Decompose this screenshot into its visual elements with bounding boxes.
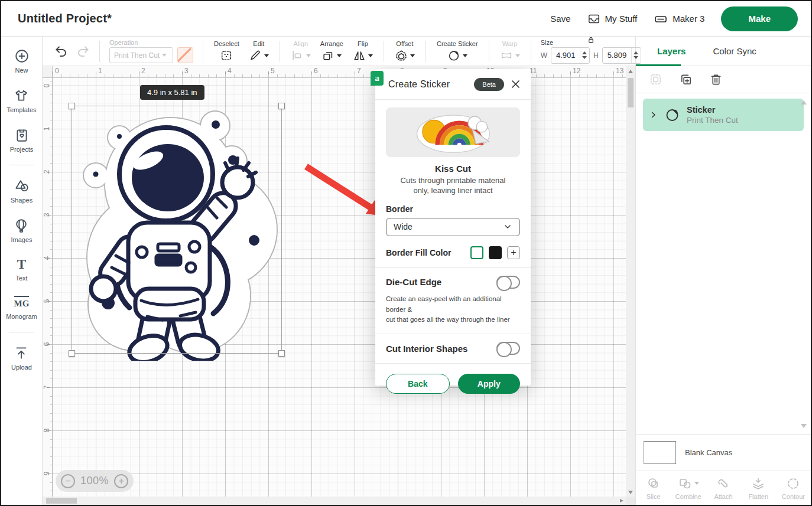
sidebar-item-projects[interactable]: Projects [10, 128, 34, 153]
scroll-up-arrow[interactable] [628, 70, 633, 73]
size-group: Size W 4.901 H 5.809 [537, 39, 645, 64]
save-button[interactable]: Save [550, 14, 570, 24]
slice-button: Slice [636, 471, 671, 505]
vertical-ruler: 0123456789 [43, 78, 53, 497]
scroll-right-arrow[interactable] [620, 499, 623, 502]
deselect-button[interactable]: Deselect [209, 40, 244, 62]
flatten-button: Flatten [741, 471, 776, 505]
tab-layers[interactable]: Layers [657, 46, 686, 56]
operation-color-swatch[interactable] [177, 47, 193, 63]
horizontal-ruler: 012345678910111213 [53, 66, 626, 78]
machine-select[interactable]: Maker 3 [654, 12, 704, 26]
operation-select[interactable]: Print Then Cut [109, 47, 173, 63]
back-button[interactable]: Back [386, 374, 450, 394]
scroll-down-arrow[interactable] [628, 491, 633, 494]
undo-button[interactable] [51, 44, 72, 58]
layers-panel: Layers Color Sync Sticker Print Then Cut [635, 37, 811, 505]
layers-scroll-up-arrow[interactable] [801, 100, 807, 105]
fill-color-white-swatch[interactable] [470, 246, 483, 259]
zoom-control: − 100% + [56, 470, 134, 492]
left-sidebar: New Templates Projects Shapes Images T [1, 37, 43, 505]
create-sticker-button[interactable]: Create Sticker [432, 40, 483, 62]
align-button: Align [286, 40, 316, 62]
close-icon[interactable] [510, 79, 521, 90]
layer-actions [636, 66, 811, 93]
size-tooltip: 4.9 in x 5.81 in [140, 85, 204, 100]
die-cut-label: Die-Cut Edge [386, 277, 441, 287]
arrange-icon [321, 49, 342, 62]
horizontal-scrollbar[interactable] [43, 497, 626, 505]
kiss-cut-preview [386, 107, 520, 157]
plus-circle-icon [14, 48, 30, 64]
divider [375, 334, 531, 334]
fill-color-black-swatch[interactable] [489, 246, 502, 259]
sidebar-item-shapes[interactable]: Shapes [11, 178, 33, 204]
sidebar-item-new[interactable]: New [14, 48, 30, 74]
warp-button: Warp [495, 40, 525, 62]
slice-icon [647, 476, 661, 491]
horizontal-scroll-thumb[interactable] [46, 498, 77, 504]
edit-button[interactable]: Edit [244, 40, 274, 62]
vertical-scroll-thumb[interactable] [628, 78, 634, 107]
chevron-right-icon[interactable] [649, 110, 658, 119]
add-color-button[interactable]: + [507, 246, 520, 259]
border-select[interactable]: Wide [386, 218, 520, 236]
rainbow-sticker-image [409, 109, 498, 156]
offset-button[interactable]: Offset [390, 40, 420, 62]
layers-scroll-down-arrow[interactable] [801, 424, 807, 428]
sidebar-item-text[interactable]: T Text [15, 257, 27, 282]
align-icon [291, 49, 311, 62]
vertical-scrollbar[interactable] [626, 66, 635, 497]
cut-type-title: Kiss Cut [386, 164, 520, 174]
sidebar-item-monogram[interactable]: MG Monogram [6, 296, 37, 320]
sidebar-item-upload[interactable]: Upload [11, 345, 32, 371]
pencil-icon [249, 49, 269, 62]
operation-group: Operation Print Then Cut [106, 39, 197, 63]
flip-icon [353, 49, 373, 62]
make-button[interactable]: Make [721, 6, 798, 31]
cut-interior-row: Cut Interior Shapes [386, 342, 520, 355]
layer-sticker-icon [664, 107, 680, 123]
operation-label: Operation [109, 39, 193, 46]
width-input[interactable]: 4.901 [551, 47, 590, 64]
accessibility-tab[interactable]: a [371, 71, 384, 86]
layer-name: Sticker [687, 105, 738, 115]
tab-color-sync[interactable]: Color Sync [713, 46, 756, 56]
create-sticker-modal: a Create Sticker Beta [375, 69, 531, 386]
zoom-in-button[interactable]: + [114, 474, 128, 488]
my-stuff-button[interactable]: My Stuff [587, 12, 638, 25]
height-label: H [593, 51, 599, 60]
header: Untitled Project* Save My Stuff Maker 3 … [1, 1, 811, 37]
flip-button[interactable]: Flip [348, 40, 378, 62]
sidebar-item-images[interactable]: Images [11, 218, 32, 243]
duplicate-icon[interactable] [679, 73, 693, 86]
monogram-icon: MG [14, 296, 30, 310]
die-cut-toggle[interactable] [496, 276, 520, 289]
arrange-button[interactable]: Arrange [316, 40, 348, 62]
layer-row-sticker[interactable]: Sticker Print Then Cut [643, 99, 804, 131]
modal-title: Create Sticker [388, 79, 468, 90]
astronaut-sticker-image[interactable] [59, 101, 289, 361]
cut-interior-toggle[interactable] [496, 342, 520, 355]
layers-list: Sticker Print Then Cut [636, 93, 811, 434]
design-canvas[interactable]: 012345678910111213 0123456789 [43, 66, 635, 505]
blank-canvas-swatch[interactable] [644, 441, 676, 464]
redo-button[interactable] [72, 44, 93, 58]
sidebar-item-templates[interactable]: Templates [7, 88, 36, 113]
contour-icon [786, 476, 800, 491]
text-icon: T [17, 257, 26, 272]
border-fill-row: Border Fill Color + [386, 246, 520, 259]
blank-canvas-row[interactable]: Blank Canvas [636, 434, 811, 471]
apply-button[interactable]: Apply [458, 374, 521, 394]
zoom-out-button[interactable]: − [61, 474, 75, 488]
beta-badge: Beta [474, 78, 504, 91]
lock-icon[interactable] [586, 35, 595, 44]
offset-icon [395, 49, 415, 62]
trash-icon[interactable] [709, 73, 723, 86]
attach-icon [716, 476, 730, 491]
width-stepper[interactable] [580, 48, 589, 63]
height-input[interactable]: 5.809 [602, 47, 641, 64]
modal-header: Create Sticker Beta [375, 69, 531, 100]
combine-icon [678, 476, 692, 491]
project-title[interactable]: Untitled Project* [18, 12, 112, 25]
